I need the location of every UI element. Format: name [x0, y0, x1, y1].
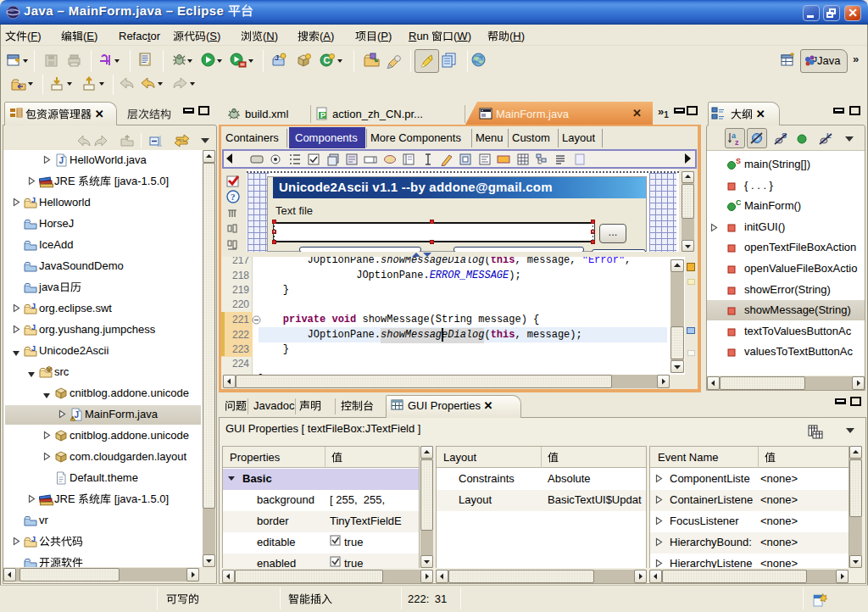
- svg-text:J: J: [75, 410, 80, 420]
- svg-text:J: J: [275, 53, 279, 62]
- svg-text:?: ?: [231, 192, 236, 202]
- svg-text:P: P: [320, 111, 326, 120]
- svg-text:J: J: [31, 196, 36, 204]
- svg-text:J: J: [31, 323, 36, 331]
- svg-text:J: J: [59, 156, 64, 165]
- svg-text:J: J: [31, 344, 36, 353]
- svg-text:S: S: [736, 158, 741, 165]
- svg-text:J: J: [31, 535, 36, 543]
- svg-text:z: z: [735, 138, 739, 146]
- svg-text:J: J: [31, 302, 36, 310]
- svg-text:C: C: [736, 199, 741, 207]
